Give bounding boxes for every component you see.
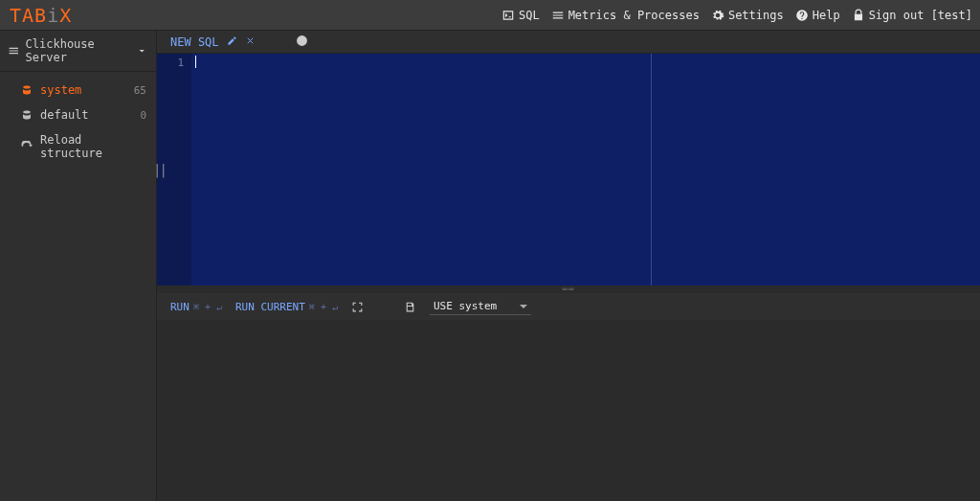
database-icon bbox=[21, 109, 33, 121]
nav-metrics-label: Metrics & Processes bbox=[568, 9, 700, 22]
new-tab-button[interactable] bbox=[296, 34, 308, 50]
run-toolbar: RUN ⌘ + ↵ RUN CURRENT ⌘ + ↵ USE system bbox=[157, 293, 980, 320]
tree-item-count: 0 bbox=[140, 109, 146, 122]
editor-tab-label: NEW SQL bbox=[170, 35, 219, 49]
editor-pane: || 1 bbox=[157, 54, 980, 285]
chevron-down-icon bbox=[136, 44, 148, 57]
run-button[interactable]: RUN ⌘ + ↵ bbox=[170, 301, 222, 313]
vertical-splitter[interactable]: || bbox=[153, 162, 166, 177]
nav-sql[interactable]: SQL bbox=[501, 9, 540, 22]
sidebar: Clickhouse Server system 65 default 0 Re… bbox=[0, 31, 157, 501]
menu-icon bbox=[8, 44, 20, 57]
sql-editor[interactable] bbox=[191, 54, 980, 285]
top-nav: SQL Metrics & Processes Settings Help Si… bbox=[501, 9, 972, 22]
nav-metrics[interactable]: Metrics & Processes bbox=[551, 9, 700, 22]
main-area: Clickhouse Server system 65 default 0 Re… bbox=[0, 31, 980, 501]
horizontal-splitter[interactable]: ══ bbox=[157, 285, 980, 293]
use-database-select[interactable]: USE system bbox=[430, 298, 531, 315]
close-icon bbox=[245, 35, 256, 46]
metrics-icon bbox=[551, 9, 565, 22]
app-header: TABiX SQL Metrics & Processes Settings H… bbox=[0, 0, 980, 31]
run-current-label: RUN CURRENT bbox=[235, 301, 305, 313]
nav-help-label: Help bbox=[813, 9, 840, 22]
database-icon bbox=[21, 84, 33, 96]
line-number: 1 bbox=[157, 56, 191, 70]
nav-settings-label: Settings bbox=[728, 9, 784, 22]
refresh-icon bbox=[21, 141, 33, 152]
tree-item-default[interactable]: default 0 bbox=[0, 102, 156, 127]
logo-text-accent: i bbox=[47, 4, 59, 27]
plus-circle-icon bbox=[296, 34, 308, 47]
nav-signout-label: Sign out [test] bbox=[869, 9, 972, 22]
nav-help[interactable]: Help bbox=[795, 9, 840, 22]
tree-item-count: 65 bbox=[134, 84, 146, 97]
use-database-label: USE system bbox=[434, 300, 497, 312]
editor-margin-rule bbox=[651, 54, 652, 285]
run-current-shortcut: ⌘ + ↵ bbox=[309, 302, 338, 312]
workspace: NEW SQL || 1 ══ bbox=[157, 31, 980, 501]
tab-close-button[interactable] bbox=[245, 35, 256, 49]
terminal-icon bbox=[501, 9, 515, 22]
nav-sql-label: SQL bbox=[519, 9, 540, 22]
server-label: Clickhouse Server bbox=[26, 37, 131, 64]
save-icon[interactable] bbox=[404, 301, 416, 313]
run-label: RUN bbox=[170, 301, 189, 313]
fullscreen-icon[interactable] bbox=[351, 301, 364, 313]
help-icon bbox=[795, 9, 809, 22]
nav-settings[interactable]: Settings bbox=[711, 9, 784, 22]
logo-text-main: TAB bbox=[10, 4, 47, 27]
server-selector[interactable]: Clickhouse Server bbox=[0, 31, 156, 72]
app-logo: TABiX bbox=[10, 4, 72, 27]
text-caret bbox=[195, 56, 196, 68]
pencil-icon bbox=[227, 35, 237, 46]
tree-item-label: system bbox=[40, 83, 126, 97]
logo-text-tail: X bbox=[59, 4, 72, 27]
editor-tabbar: NEW SQL bbox=[157, 31, 980, 54]
chevron-down-icon bbox=[520, 305, 527, 308]
run-current-button[interactable]: RUN CURRENT ⌘ + ↵ bbox=[235, 301, 338, 313]
lock-icon bbox=[852, 9, 865, 22]
tree-item-label: default bbox=[40, 108, 132, 122]
gear-icon bbox=[711, 9, 724, 22]
editor-tab-active[interactable]: NEW SQL bbox=[170, 35, 256, 49]
tree-item-system[interactable]: system 65 bbox=[0, 78, 156, 102]
results-pane bbox=[157, 320, 980, 501]
nav-signout[interactable]: Sign out [test] bbox=[852, 9, 972, 22]
run-shortcut: ⌘ + ↵ bbox=[193, 302, 222, 312]
tree-item-reload[interactable]: Reload structure bbox=[0, 127, 156, 166]
tab-edit-button[interactable] bbox=[227, 35, 237, 49]
tree-item-label: Reload structure bbox=[40, 133, 146, 160]
db-tree: system 65 default 0 Reload structure bbox=[0, 72, 156, 171]
